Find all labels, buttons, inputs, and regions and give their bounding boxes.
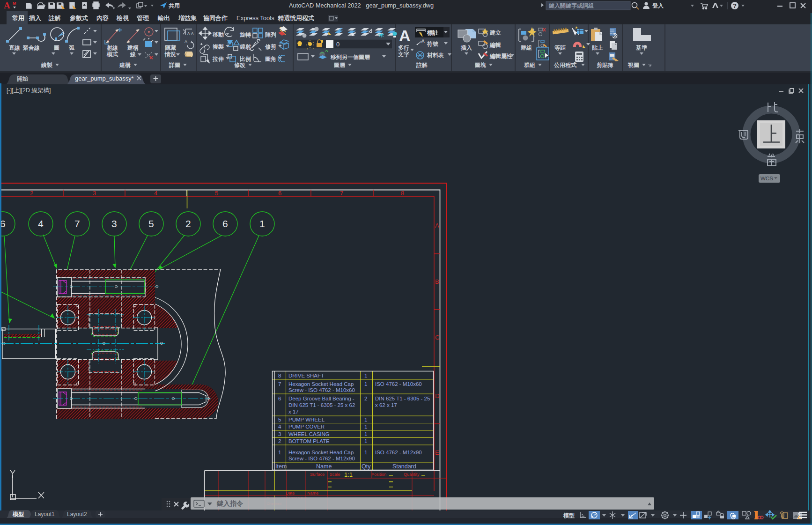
svg-text:1: 1: [364, 450, 367, 455]
svg-text:圖層: 圖層: [334, 62, 345, 68]
svg-text:詳圖: 詳圖: [169, 62, 180, 68]
svg-text:BOTTOM PLATE: BOTTOM PLATE: [288, 438, 330, 444]
svg-text:Screw - ISO 4762 - M10x60: Screw - ISO 4762 - M10x60: [288, 387, 355, 393]
svg-text:gear_pump_subassy*: gear_pump_subassy*: [75, 75, 134, 82]
svg-text:3: 3: [278, 431, 281, 437]
svg-text:輸出: 輸出: [157, 15, 170, 22]
svg-text:2: 2: [278, 438, 281, 444]
svg-text:1: 1: [364, 381, 367, 387]
svg-text:8: 8: [278, 373, 281, 378]
svg-text:Standard: Standard: [392, 463, 416, 470]
svg-text:5: 5: [278, 417, 281, 422]
svg-text:ISO 4762 - M12x90: ISO 4762 - M12x90: [375, 450, 422, 455]
svg-text:6: 6: [222, 218, 228, 229]
svg-text:移到另一個圖層: 移到另一個圖層: [330, 54, 370, 60]
svg-text:線: 線: [130, 51, 136, 58]
svg-text:3: 3: [111, 218, 117, 229]
svg-text:1:1: 1:1: [344, 471, 353, 478]
svg-text:Screw - ISO 4762 - M12x90: Screw - ISO 4762 - M12x90: [288, 456, 355, 461]
svg-text:圖: 圖: [54, 44, 59, 51]
svg-text:x 17: x 17: [288, 409, 299, 414]
svg-text:Qty: Qty: [362, 463, 371, 470]
svg-text:編輯屬性: 編輯屬性: [489, 53, 512, 59]
svg-text:5: 5: [148, 218, 154, 229]
svg-text:2: 2: [185, 218, 191, 229]
svg-text:D: D: [435, 392, 439, 399]
svg-text:視圖: 視圖: [627, 62, 639, 68]
svg-text:基準: 基準: [635, 44, 648, 51]
svg-text:管理: 管理: [136, 15, 149, 22]
svg-text:A: A: [185, 39, 187, 44]
svg-text:4: 4: [38, 218, 44, 229]
svg-text:A-A: A-A: [187, 31, 194, 36]
svg-text:繢製: 繢製: [41, 62, 52, 68]
svg-text:M: M: [13, 1, 16, 6]
svg-text:2: 2: [30, 190, 33, 197]
svg-text:Position: Position: [371, 472, 386, 477]
svg-text:PUMP WHEEL: PUMP WHEEL: [288, 417, 325, 422]
svg-text:ISO 4762 - M10x60: ISO 4762 - M10x60: [375, 381, 422, 387]
svg-text:Item: Item: [275, 463, 287, 470]
svg-text:陣列: 陣列: [265, 31, 276, 38]
svg-text:7: 7: [278, 381, 281, 387]
svg-text:拉伸: 拉伸: [212, 56, 224, 62]
svg-text:Layout2: Layout2: [67, 511, 87, 518]
svg-text:Hexagon Socket Head Cap: Hexagon Socket Head Cap: [288, 381, 354, 387]
svg-text:1: 1: [364, 438, 367, 444]
svg-text:A: A: [435, 222, 439, 229]
svg-text:等距: 等距: [554, 44, 566, 51]
svg-text:7: 7: [74, 218, 80, 229]
svg-text:1: 1: [364, 431, 367, 437]
svg-text:B: B: [435, 278, 439, 285]
svg-text:Scale: Scale: [330, 472, 340, 477]
svg-text:DIN 625 T1 - 6305 - 25 x 62: DIN 625 T1 - 6305 - 25 x 62: [288, 402, 355, 408]
svg-text:內容: 內容: [96, 15, 109, 22]
svg-text:隱藏: 隱藏: [165, 44, 176, 51]
svg-text:修改: 修改: [234, 62, 246, 68]
svg-text:移動: 移動: [212, 31, 224, 38]
svg-text:插入: 插入: [460, 44, 472, 51]
svg-text:6: 6: [1, 218, 6, 229]
svg-text:登入: 登入: [652, 2, 664, 9]
svg-text:協同合作: 協同合作: [203, 15, 228, 22]
svg-text:共用: 共用: [169, 2, 180, 9]
svg-text:直線: 直線: [9, 44, 20, 51]
svg-text:模型: 模型: [563, 512, 575, 519]
svg-text:1: 1: [278, 450, 281, 455]
svg-text:弧: 弧: [69, 44, 75, 51]
svg-text:[-][上][2D 線架構]: [-][上][2D 線架構]: [7, 87, 51, 94]
svg-text:圖角: 圖角: [265, 56, 276, 62]
svg-text:旋轉: 旋轉: [239, 31, 251, 38]
svg-text:1: 1: [364, 373, 367, 378]
svg-text:模式: 模式: [106, 51, 118, 58]
svg-text:C: C: [435, 334, 439, 341]
svg-text:參數式: 參數式: [69, 15, 88, 22]
svg-text:Layout1: Layout1: [35, 511, 55, 518]
svg-text:2: 2: [364, 396, 367, 401]
svg-text:6: 6: [278, 190, 281, 197]
svg-text:Surface: Surface: [310, 472, 325, 477]
svg-text:精選恱用程式: 精選恱用程式: [277, 15, 314, 22]
svg-text:鍵入關鍵字或詞組: 鍵入關鍵字或詞組: [548, 2, 594, 9]
svg-text:A: A: [399, 27, 411, 44]
svg-text:開始: 開始: [17, 75, 29, 82]
svg-text:1: 1: [364, 417, 367, 422]
svg-text:A: A: [4, 0, 10, 10]
svg-text:8: 8: [401, 190, 404, 197]
svg-text:建構: 建構: [119, 62, 131, 68]
svg-text:Name: Name: [316, 463, 332, 470]
svg-text:檢視: 檢視: [116, 15, 129, 22]
svg-text:Quantity: Quantity: [404, 472, 420, 477]
svg-text:標註: 標註: [427, 30, 438, 36]
svg-text:DIN 625 T1 - 6305 - 25: DIN 625 T1 - 6305 - 25: [375, 396, 430, 401]
svg-text:Date: Date: [286, 491, 295, 495]
svg-text:符號: 符號: [427, 41, 438, 47]
svg-text:射線: 射線: [107, 44, 118, 51]
svg-text:建立: 建立: [489, 30, 501, 36]
svg-text:1: 1: [259, 218, 265, 229]
svg-text:4: 4: [154, 190, 157, 197]
svg-text:模型: 模型: [12, 511, 24, 518]
svg-text:修剪: 修剪: [265, 44, 276, 50]
svg-text:1: 1: [364, 424, 367, 429]
svg-text:比例: 比例: [240, 56, 251, 62]
